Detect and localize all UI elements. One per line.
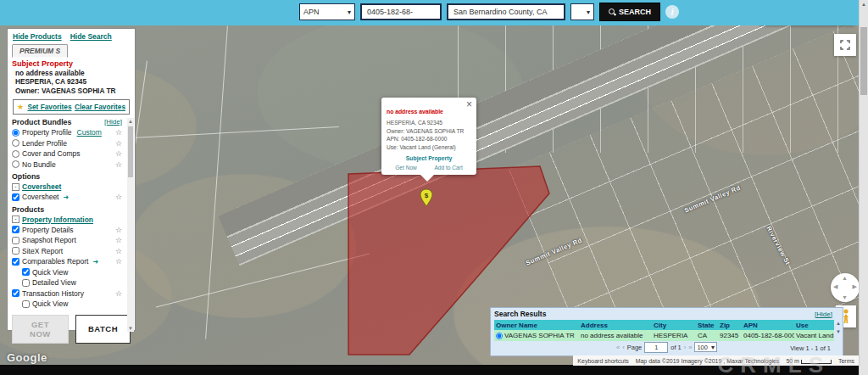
close-icon[interactable]: × <box>466 99 472 109</box>
secondary-select[interactable]: ▾ <box>570 3 594 20</box>
bundle-option-no-bundle[interactable]: No Bundle ☆ <box>12 160 131 171</box>
product-snapshot-report[interactable]: Snapshot Report ☆ <box>12 235 131 246</box>
results-scroll-up-icon[interactable]: ▲ <box>836 320 841 328</box>
popup-get-now-link[interactable]: Get Now <box>395 165 417 171</box>
table-row[interactable]: VAGENAS SOPHIA TR no address available H… <box>494 330 834 341</box>
pan-up-icon[interactable]: ▲ <box>842 275 848 281</box>
star-icon[interactable]: ☆ <box>115 247 122 255</box>
product-history-quick-view[interactable]: Quick View <box>22 299 131 310</box>
popup-add-to-cart-link[interactable]: Add to Cart <box>434 165 462 171</box>
product-comparables-report[interactable]: Comparables Report ➜ ☆ <box>12 256 131 267</box>
results-hide-link[interactable]: [Hide] <box>815 311 832 318</box>
col-address[interactable]: Address <box>579 322 652 329</box>
product-sitex-report[interactable]: SiteX Report ☆ <box>12 246 131 257</box>
checkbox-comparables-report[interactable] <box>12 258 19 266</box>
terms-link[interactable]: Terms <box>838 358 854 364</box>
checkbox-quick-view[interactable] <box>22 268 30 276</box>
col-state[interactable]: State <box>696 322 718 329</box>
bundle-option-lender-profile[interactable]: Lender Profile ☆ <box>12 138 131 149</box>
col-apn[interactable]: APN <box>742 322 794 329</box>
scrollbar-thumb[interactable] <box>128 126 133 177</box>
search-button[interactable]: SEARCH <box>599 3 660 21</box>
per-page-select[interactable]: 100 ▾ <box>694 342 717 352</box>
hide-search-link[interactable]: Hide Search <box>70 32 112 41</box>
col-zip[interactable]: Zip <box>718 322 742 329</box>
sidebar-scrollbar[interactable]: ▲ ▼ <box>127 118 134 332</box>
hide-products-link[interactable]: Hide Products <box>13 32 62 41</box>
radio-no-bundle[interactable] <box>12 160 19 168</box>
radio-lender-profile[interactable] <box>12 139 19 147</box>
page-label: Page <box>627 344 643 351</box>
clear-favorites-link[interactable]: Clear Favorites <box>75 103 125 111</box>
scrollbar-up-icon[interactable]: ▲ <box>860 0 868 8</box>
options-heading: Options <box>12 172 40 181</box>
set-favorites-link[interactable]: Set Favorites <box>27 103 71 111</box>
option-coversheet[interactable]: Coversheet ➜ ☆ <box>12 192 131 203</box>
product-property-details[interactable]: Property Details ☆ <box>12 225 131 236</box>
star-icon[interactable]: ☆ <box>115 226 122 234</box>
first-page-icon[interactable]: « <box>616 344 620 351</box>
search-type-value: APN <box>303 8 320 16</box>
last-page-icon[interactable]: » <box>688 344 692 351</box>
results-scrollbar[interactable]: ▲ ▼ <box>836 320 841 336</box>
checkbox-snapshot-report[interactable] <box>12 237 19 244</box>
collapse-icon[interactable]: - <box>12 215 19 223</box>
bundle-option-property-profile[interactable]: Property Profile Custom ☆ <box>12 127 131 138</box>
custom-link[interactable]: Custom <box>77 128 102 137</box>
radio-property-profile[interactable] <box>12 129 19 137</box>
bundle-option-cover-comps[interactable]: Cover and Comps ☆ <box>12 148 131 160</box>
col-owner-name[interactable]: Owner Name <box>494 322 579 329</box>
get-now-button[interactable]: GET NOW <box>12 315 69 344</box>
page-input[interactable] <box>644 342 668 353</box>
batch-button[interactable]: BATCH <box>75 315 131 344</box>
search-type-select[interactable]: APN ▾ <box>299 3 355 20</box>
star-icon[interactable]: ☆ <box>115 139 122 148</box>
star-icon[interactable]: ☆ <box>115 149 122 158</box>
star-icon[interactable]: ☆ <box>115 160 122 169</box>
scroll-down-icon[interactable]: ▼ <box>127 325 134 332</box>
star-icon[interactable]: ☆ <box>115 236 122 244</box>
checkbox-detailed-view[interactable] <box>22 279 30 287</box>
coversheet-group-label[interactable]: Coversheet <box>22 182 61 191</box>
product-comparables-detailed-view[interactable]: Detailed View <box>22 277 131 288</box>
apn-input[interactable] <box>365 7 437 17</box>
prev-page-icon[interactable]: ‹ <box>622 344 625 351</box>
property-information-group-link[interactable]: - Property Information <box>12 215 131 225</box>
browser-scrollbar-thumb[interactable] <box>860 27 867 95</box>
checkbox-coversheet[interactable] <box>12 193 19 201</box>
product-transaction-history[interactable]: Transaction History ☆ <box>12 288 131 299</box>
star-icon[interactable]: ☆ <box>115 289 122 298</box>
col-use[interactable]: Use <box>794 322 834 329</box>
scroll-up-icon[interactable]: ▲ <box>127 118 134 125</box>
checkbox-sitex-report[interactable] <box>12 247 19 255</box>
product-comparables-quick-view[interactable]: Quick View <box>22 267 131 278</box>
info-glyph: i <box>671 8 674 17</box>
pan-down-icon[interactable]: ▼ <box>842 294 848 300</box>
row-select-radio[interactable] <box>496 333 503 339</box>
coversheet-group-link[interactable]: - Coversheet <box>12 182 131 192</box>
star-icon[interactable]: ☆ <box>115 128 122 137</box>
browser-scrollbar[interactable]: ▲ <box>859 0 868 375</box>
pan-control[interactable]: ▲ ▼ ◀ ▶ <box>831 273 860 302</box>
subject-property-pin[interactable]: $ <box>420 188 433 210</box>
county-input[interactable] <box>452 7 560 17</box>
checkbox-property-details[interactable] <box>12 226 19 233</box>
star-icon[interactable]: ☆ <box>115 257 122 266</box>
radio-cover-comps[interactable] <box>12 150 19 158</box>
popup-apn-line: APN: 0405-182-68-0000 <box>387 135 471 143</box>
tab-premium[interactable]: PREMIUM S <box>12 44 68 58</box>
property-information-label[interactable]: Property Information <box>22 215 93 224</box>
collapse-icon[interactable]: - <box>12 183 19 191</box>
fullscreen-button[interactable] <box>834 34 856 56</box>
next-page-icon[interactable]: › <box>684 344 687 351</box>
checkbox-history-quick-view[interactable] <box>22 300 30 308</box>
bundles-hide-link[interactable]: [Hide] <box>104 118 122 126</box>
keyboard-shortcuts-link[interactable]: Keyboard shortcuts <box>577 358 628 364</box>
pan-right-icon[interactable]: ▶ <box>853 283 857 290</box>
results-scroll-down-icon[interactable]: ▼ <box>836 328 841 337</box>
col-city[interactable]: City <box>652 322 696 329</box>
pan-left-icon[interactable]: ◀ <box>833 283 837 290</box>
checkbox-transaction-history[interactable] <box>12 289 19 297</box>
star-icon[interactable]: ☆ <box>115 193 122 201</box>
info-icon[interactable]: i <box>665 5 679 19</box>
